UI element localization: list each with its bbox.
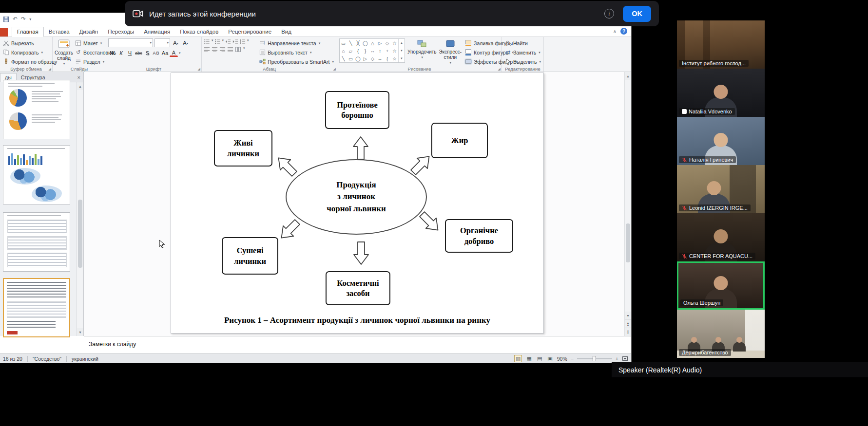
- editor-scrollbar[interactable]: ▲ ▼ ▲▲ ▼▼: [624, 72, 631, 336]
- speaker-device-bar[interactable]: Speaker (Realtek(R) Audio): [612, 362, 868, 377]
- font-name-combobox[interactable]: ▾: [108, 38, 153, 47]
- justify-icon[interactable]: [227, 46, 233, 53]
- video-tile-institute[interactable]: Інститут рибного господ...: [677, 20, 765, 69]
- diagram-node-organic-fertilizer[interactable]: Органічне добриво: [445, 219, 513, 253]
- tab-transitions[interactable]: Переходы: [103, 27, 139, 37]
- cut-button[interactable]: Вырезать: [2, 38, 50, 48]
- tab-review[interactable]: Рецензирование: [223, 27, 276, 37]
- new-slide-button[interactable]: Создать слайд▾: [55, 38, 73, 66]
- diagram-node-live-larvae[interactable]: Живі личинки: [214, 130, 272, 167]
- align-left-icon[interactable]: [204, 46, 210, 53]
- font-size-combobox[interactable]: ▾: [154, 38, 170, 47]
- columns-icon[interactable]: [235, 46, 241, 53]
- file-tab[interactable]: [0, 28, 8, 37]
- slide-thumbnail-14[interactable]: [3, 145, 70, 204]
- tab-animation[interactable]: Анимация: [139, 27, 175, 37]
- align-text-button[interactable]: Выровнять текст▾: [258, 48, 335, 57]
- slide-thumbnail-15[interactable]: [3, 212, 70, 272]
- shapes-gallery-scroll[interactable]: ▲▼▼: [398, 39, 405, 62]
- character-spacing-button[interactable]: АВ: [152, 49, 160, 57]
- convert-smartart-button[interactable]: Преобразовать в SmartArt▾: [258, 57, 335, 66]
- video-tile-shershun-active-speaker[interactable]: Ольга Шершун: [677, 261, 765, 310]
- zoom-slider[interactable]: [577, 358, 612, 359]
- scroll-down-icon[interactable]: ▼: [625, 312, 631, 319]
- arrange-button[interactable]: Упорядочить▾: [407, 38, 437, 66]
- align-right-icon[interactable]: [219, 46, 226, 53]
- tab-home[interactable]: Главная: [12, 27, 44, 37]
- tab-view[interactable]: Вид: [276, 27, 296, 37]
- zoom-slider-thumb[interactable]: [593, 356, 596, 361]
- redo-icon[interactable]: ↷: [21, 16, 26, 22]
- increase-font-button[interactable]: А▴: [172, 38, 180, 47]
- numbering-icon[interactable]: [214, 38, 221, 45]
- panel-scroll-up-icon[interactable]: ▲: [77, 82, 83, 90]
- tab-insert[interactable]: Вставка: [44, 27, 75, 37]
- video-tile-vdovenko[interactable]: Nataliia Vdovenko: [677, 69, 765, 117]
- panel-close-icon[interactable]: ×: [75, 74, 83, 82]
- font-dialog-launcher[interactable]: ◢: [198, 67, 200, 71]
- clipboard-dialog-launcher[interactable]: ◢: [49, 67, 51, 71]
- slideshow-view-button[interactable]: ▣: [546, 355, 553, 362]
- decrease-indent-icon[interactable]: [225, 38, 231, 45]
- ribbon-collapse-icon[interactable]: ∧: [613, 29, 617, 34]
- diagram-node-dried-larvae[interactable]: Сушені личинки: [222, 237, 278, 275]
- font-color-button[interactable]: А: [170, 49, 178, 57]
- normal-view-button[interactable]: ▥: [514, 355, 522, 362]
- video-tile-grinevich[interactable]: Наталія Гриневич: [677, 117, 765, 165]
- decrease-font-button[interactable]: А▾: [181, 38, 190, 47]
- text-shadow-button[interactable]: S: [143, 49, 152, 57]
- diagram-node-protein[interactable]: Протеїнове борошно: [325, 91, 389, 129]
- undo-icon[interactable]: ↶: [13, 16, 18, 22]
- quick-styles-button[interactable]: Экспресс-стили▾: [439, 38, 462, 66]
- bullets-icon[interactable]: [204, 38, 210, 45]
- tab-slideshow[interactable]: Показ слайдов: [175, 27, 223, 37]
- tab-design[interactable]: Дизайн: [75, 27, 103, 37]
- increase-indent-icon[interactable]: [232, 38, 238, 45]
- find-button[interactable]: Найти: [504, 38, 541, 48]
- zoom-recording-banner: Идет запись этой конференции i OK: [125, 1, 659, 26]
- notes-label: Заметки к слайду: [84, 336, 631, 348]
- italic-button[interactable]: К: [117, 49, 125, 57]
- language-indicator[interactable]: украинский: [72, 356, 98, 362]
- diagram-node-fat[interactable]: Жир: [431, 123, 488, 158]
- slide-thumbnail-13[interactable]: [3, 80, 70, 139]
- scroll-up-icon[interactable]: ▲: [625, 72, 631, 80]
- diagram-center-ellipse[interactable]: Продукція з личинок чорної львинки: [286, 159, 427, 235]
- slide-sorter-view-button[interactable]: ▦: [525, 355, 532, 362]
- info-icon[interactable]: i: [604, 9, 614, 19]
- reading-view-button[interactable]: ▤: [536, 355, 543, 362]
- video-tile-izergin[interactable]: Leonid IZERGIN IRGE...: [677, 165, 765, 213]
- slide-canvas[interactable]: Продукція з личинок чорної львинки Проте…: [171, 73, 544, 333]
- select-button[interactable]: Выделить▾: [504, 57, 541, 66]
- notes-pane[interactable]: Заметки к слайду: [84, 336, 631, 353]
- qat-dropdown-icon[interactable]: ▾: [29, 17, 31, 21]
- video-tile-derzhrybagentstvo[interactable]: Держрибагентство: [677, 310, 765, 358]
- panel-scrollbar[interactable]: ▲ ▼: [77, 82, 83, 336]
- underline-button[interactable]: Ч: [126, 49, 134, 57]
- change-case-button[interactable]: Аа: [161, 49, 169, 57]
- align-center-icon[interactable]: [212, 46, 218, 53]
- text-direction-button[interactable]: Направление текста▾: [258, 38, 335, 48]
- diagram-node-cosmetics[interactable]: Косметичні засоби: [326, 271, 390, 305]
- help-icon[interactable]: ?: [620, 28, 627, 35]
- zoom-percentage[interactable]: 90%: [557, 356, 567, 362]
- previous-slide-button[interactable]: ▲▲: [625, 319, 631, 328]
- next-slide-button[interactable]: ▼▼: [625, 328, 631, 336]
- zoom-in-button[interactable]: +: [616, 356, 618, 362]
- zoom-out-button[interactable]: −: [571, 356, 574, 362]
- drawing-dialog-launcher[interactable]: ◢: [498, 67, 501, 71]
- ok-button[interactable]: OK: [623, 6, 651, 22]
- replace-button[interactable]: ⇄ Заменить▾: [504, 48, 541, 57]
- paragraph-dialog-launcher[interactable]: ◢: [333, 67, 336, 71]
- fit-to-window-icon[interactable]: [622, 355, 628, 362]
- slide-thumbnail-16-selected[interactable]: [3, 278, 70, 337]
- panel-scroll-down-icon[interactable]: ▼: [77, 328, 83, 336]
- line-spacing-icon[interactable]: [239, 38, 246, 45]
- strikethrough-button[interactable]: abc: [135, 49, 143, 57]
- shapes-gallery[interactable]: ▭╲╳◯△▷◇☆ ⌂▱{}↔↕+☆ ╲▭◯▷◇↔{☆ ▲▼▼: [339, 38, 405, 63]
- copy-button[interactable]: Копировать▾: [2, 48, 50, 57]
- bold-button[interactable]: Ж: [108, 49, 116, 57]
- format-painter-button[interactable]: Формат по образцу: [2, 57, 50, 66]
- video-tile-aquaculture-center[interactable]: CENTER FOR AQUACU...: [677, 213, 765, 261]
- save-icon[interactable]: [3, 16, 9, 22]
